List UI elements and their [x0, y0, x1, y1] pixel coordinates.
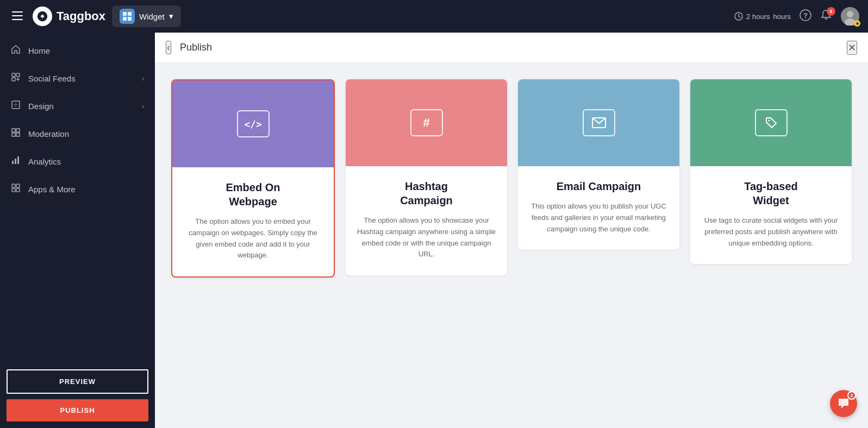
hashtag-icon-box: # [410, 109, 443, 136]
chat-badge: 2 [847, 391, 856, 400]
sidebar-nav: Home Social Feeds [0, 37, 155, 363]
app-logo: Taggbox [33, 7, 105, 26]
svg-rect-24 [12, 161, 14, 164]
svg-rect-29 [12, 188, 15, 192]
help-button[interactable]: ? [800, 9, 811, 24]
close-button[interactable]: ✕ [847, 41, 857, 55]
widget-label: Widget [139, 12, 165, 21]
sidebar-item-analytics[interactable]: Analytics [0, 148, 155, 175]
card-desc-email: This option allows you to publish your U… [529, 201, 669, 235]
svg-rect-28 [16, 184, 20, 187]
svg-rect-15 [16, 73, 20, 77]
card-body-embed: Embed OnWebpage The option allows you to… [172, 167, 334, 276]
svg-rect-6 [123, 17, 127, 21]
notification-badge: 6 [827, 7, 835, 16]
card-body-email: Email Campaign This option allows you to… [518, 166, 679, 250]
sidebar-item-moderation[interactable]: Moderation [0, 120, 155, 148]
svg-rect-23 [16, 133, 20, 136]
card-tag-widget[interactable]: Tag-basedWidget Use tags to curate socia… [690, 79, 852, 264]
card-desc-embed: The option allows you to embed your camp… [183, 216, 323, 261]
svg-rect-27 [12, 184, 15, 187]
email-icon-box [583, 109, 615, 136]
svg-rect-30 [16, 188, 20, 192]
sidebar-item-social-feeds[interactable]: Social Feeds › [0, 65, 155, 92]
svg-rect-7 [128, 17, 132, 21]
card-desc-tag: Use tags to curate social widgets with y… [701, 215, 841, 249]
time-display: 2 hours hours [734, 12, 791, 21]
app-name: Taggbox [57, 9, 105, 23]
svg-rect-20 [12, 129, 15, 132]
design-icon [11, 100, 21, 112]
svg-rect-2 [12, 19, 23, 20]
top-navigation: Taggbox Widget ▾ 2 hours hours [0, 0, 868, 33]
svg-rect-4 [123, 12, 127, 16]
moderation-icon [11, 128, 21, 140]
card-image-hashtag: # [346, 79, 507, 166]
svg-rect-0 [12, 11, 23, 12]
main-content: ‹ Publish ✕ </> Embed OnWebpage The opti… [155, 33, 868, 428]
home-icon [11, 45, 21, 57]
user-avatar[interactable]: ★ [841, 7, 859, 26]
sidebar: Home Social Feeds [0, 33, 155, 428]
svg-rect-21 [16, 129, 20, 132]
time-value: 2 hours [746, 12, 770, 21]
card-body-tag: Tag-basedWidget Use tags to curate socia… [690, 166, 852, 264]
widget-chevron: ▾ [169, 11, 173, 21]
card-desc-hashtag: The option allows you to showcase your H… [357, 215, 496, 260]
publish-options-area: </> Embed OnWebpage The option allows yo… [155, 63, 868, 428]
hamburger-menu[interactable] [9, 7, 26, 26]
sidebar-label-moderation: Moderation [28, 129, 69, 139]
social-feeds-icon [11, 72, 21, 85]
svg-rect-25 [15, 159, 16, 164]
avatar-star: ★ [854, 20, 860, 27]
sidebar-label-design: Design [28, 102, 54, 111]
card-hashtag-campaign[interactable]: # HashtagCampaign The option allows you … [346, 79, 507, 275]
card-embed-webpage[interactable]: </> Embed OnWebpage The option allows yo… [171, 79, 335, 278]
sidebar-label-home: Home [28, 46, 50, 55]
widget-icon [120, 9, 135, 24]
preview-button[interactable]: PREVIEW [7, 369, 148, 394]
card-image-embed: </> [172, 80, 334, 167]
design-chevron: › [142, 103, 144, 110]
back-button[interactable]: ‹ [166, 41, 171, 54]
sidebar-item-apps-more[interactable]: Apps & More [0, 175, 155, 203]
svg-rect-26 [17, 156, 19, 164]
svg-rect-16 [12, 78, 15, 81]
sidebar-actions: PREVIEW PUBLISH [0, 363, 155, 428]
widget-button[interactable]: Widget ▾ [112, 5, 181, 27]
embed-icon-box: </> [237, 110, 270, 137]
tag-icon-box [755, 109, 788, 136]
card-title-hashtag: HashtagCampaign [357, 179, 496, 207]
card-image-tag [690, 79, 852, 166]
publish-button[interactable]: PUBLISH [7, 399, 148, 421]
card-title-email: Email Campaign [529, 179, 669, 193]
chat-bubble-button[interactable]: 2 [830, 390, 857, 417]
social-feeds-chevron: › [142, 75, 144, 83]
card-body-hashtag: HashtagCampaign The option allows you to… [346, 166, 507, 275]
card-image-email [518, 79, 679, 166]
svg-rect-5 [128, 12, 132, 16]
svg-point-32 [768, 120, 770, 122]
notifications-button[interactable]: 6 [820, 9, 832, 24]
analytics-icon [11, 155, 21, 168]
sidebar-label-analytics: Analytics [28, 157, 61, 166]
card-email-campaign[interactable]: Email Campaign This option allows you to… [518, 79, 679, 250]
apps-more-icon [11, 183, 21, 196]
svg-point-12 [847, 11, 853, 17]
card-title-tag: Tag-basedWidget [701, 179, 841, 207]
sidebar-item-home[interactable]: Home [0, 37, 155, 65]
publish-title: Publish [180, 42, 838, 53]
svg-rect-1 [12, 15, 23, 16]
svg-rect-14 [12, 73, 15, 77]
svg-rect-22 [12, 133, 15, 136]
sidebar-label-social-feeds: Social Feeds [28, 74, 76, 83]
card-title-embed: Embed OnWebpage [183, 180, 323, 209]
publish-header: ‹ Publish ✕ [155, 33, 868, 63]
svg-text:?: ? [803, 11, 808, 20]
sidebar-item-design[interactable]: Design › [0, 92, 155, 120]
sidebar-label-apps-more: Apps & More [28, 185, 76, 194]
